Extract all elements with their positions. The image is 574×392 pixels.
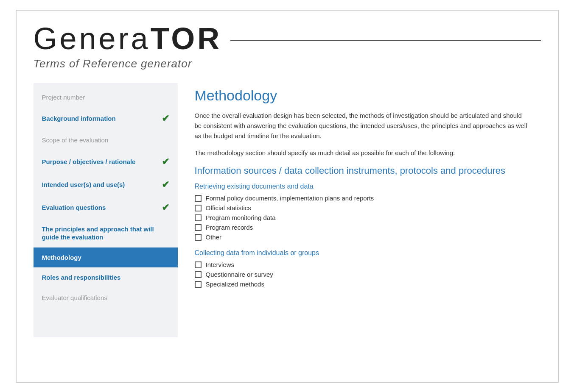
sidebar-item-intended-users[interactable]: Intended user(s) and use(s) ✔ [34,173,178,196]
list-item-label: Other [206,234,222,241]
intro-paragraph-2: The methodology section should specify a… [195,148,528,158]
group1-list: Formal policy documents, implementation … [195,195,528,241]
sidebar-item-principles-approach[interactable]: The principles and approach that will gu… [34,219,178,247]
checkbox-3[interactable] [195,214,202,221]
list-item-label: Questionnaire or survey [206,271,273,278]
sidebar-item-methodology[interactable]: Methodology [34,247,178,268]
header: GeneraTOR Terms of Reference generator [34,23,541,70]
subsection-title-info-sources: Information sources / data collection in… [195,165,528,177]
logo-line: GeneraTOR [34,23,541,54]
group2-label: Collecting data from individuals or grou… [195,249,528,257]
checkbox-6[interactable] [195,261,202,268]
group1-label: Retrieving existing documents and data [195,183,528,190]
app-container: GeneraTOR Terms of Reference generator P… [16,10,559,383]
checkmark-background: ✔ [162,113,169,124]
checkbox-4[interactable] [195,224,202,231]
checkbox-7[interactable] [195,271,202,278]
list-item-label: Specialized methods [206,281,264,288]
checkbox-2[interactable] [195,205,202,211]
list-item-label: Interviews [206,261,235,268]
sidebar-item-scope-evaluation[interactable]: Scope of the evaluation [34,130,178,150]
sidebar-item-evaluation-questions[interactable]: Evaluation questions ✔ [34,196,178,219]
checkbox-5[interactable] [195,234,202,241]
sidebar: Project number Background information ✔ … [34,83,178,337]
list-item[interactable]: Specialized methods [195,281,528,288]
list-item[interactable]: Questionnaire or survey [195,271,528,278]
checkmark-evaluation: ✔ [162,202,169,213]
checkbox-1[interactable] [195,195,202,202]
list-item[interactable]: Program records [195,224,528,231]
sidebar-item-project-number[interactable]: Project number [34,87,178,108]
logo: GeneraTOR [34,23,222,54]
list-item[interactable]: Other [195,234,528,241]
list-item-label: Official statistics [206,204,251,211]
logo-divider [230,40,540,41]
content-area: Methodology Once the overall evaluation … [178,83,541,337]
logo-bold: TOR [151,22,222,56]
sidebar-item-background-information[interactable]: Background information ✔ [34,107,178,130]
app-subtitle: Terms of Reference generator [34,57,541,70]
main-layout: Project number Background information ✔ … [34,83,541,337]
list-item[interactable]: Interviews [195,261,528,268]
checkmark-users: ✔ [162,179,169,190]
list-item[interactable]: Program monitoring data [195,214,528,221]
list-item-label: Program records [206,224,253,231]
sidebar-item-purpose-objectives[interactable]: Purpose / objectives / rationale ✔ [34,150,178,173]
list-item[interactable]: Formal policy documents, implementation … [195,195,528,202]
logo-normal: Genera [34,22,151,56]
checkbox-8[interactable] [195,281,202,288]
page-title: Methodology [195,87,528,104]
group2-list: Interviews Questionnaire or survey Speci… [195,261,528,288]
list-item[interactable]: Official statistics [195,204,528,211]
sidebar-item-roles-responsibilities[interactable]: Roles and responsibilities [34,267,178,288]
sidebar-item-evaluator-qualifications[interactable]: Evaluator qualifications [34,288,178,308]
list-item-label: Formal policy documents, implementation … [206,195,374,202]
list-item-label: Program monitoring data [206,214,276,221]
intro-paragraph-1: Once the overall evaluation design has b… [195,111,528,141]
checkmark-purpose: ✔ [162,156,169,167]
